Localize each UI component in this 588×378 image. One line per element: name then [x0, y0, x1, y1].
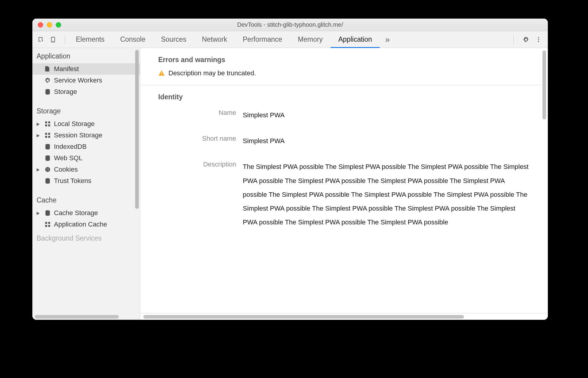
inspect-element-icon[interactable] — [38, 36, 44, 43]
sidebar-item-label: Cache Storage — [54, 209, 98, 217]
grid-icon — [44, 121, 51, 127]
sidebar-item-label: Application Cache — [54, 220, 107, 228]
tab-label: Application — [338, 35, 372, 44]
field-label-short-name: Short name — [158, 134, 236, 148]
sidebar-item-label: IndexedDB — [54, 143, 87, 151]
menu-kebab-icon[interactable] — [535, 36, 542, 43]
title-bar: DevTools - stitch-glib-typhoon.glitch.me… — [32, 19, 548, 31]
sidebar-item-cache-storage[interactable]: ▶ Cache Storage — [32, 207, 140, 219]
database-icon — [44, 178, 51, 184]
database-icon — [44, 88, 51, 95]
sidebar-item-label: Trust Tokens — [54, 177, 91, 185]
field-value-name: Simplest PWA — [243, 108, 530, 122]
gear-icon — [44, 77, 51, 84]
sidebar-section-application: Application — [32, 48, 140, 63]
panel-body: Application Manifest Service Workers Sto… — [32, 48, 548, 320]
divider — [513, 35, 514, 44]
sidebar-item-session-storage[interactable]: ▶ Session Storage — [32, 130, 140, 141]
tab-memory[interactable]: Memory — [290, 31, 331, 48]
warning-text: Description may be truncated. — [168, 69, 256, 77]
errors-warnings-section: Errors and warnings Description may be t… — [140, 48, 548, 85]
sidebar-item-trust-tokens[interactable]: Trust Tokens — [32, 175, 140, 187]
sidebar-section-background-services: Background Services — [32, 230, 140, 242]
window-title: DevTools - stitch-glib-typhoon.glitch.me… — [32, 21, 548, 28]
grid-icon — [44, 221, 51, 228]
sidebar-section-storage: Storage — [32, 103, 140, 118]
tab-network[interactable]: Network — [194, 31, 235, 48]
main-horizontal-scrollbar[interactable] — [143, 315, 464, 319]
sidebar-item-local-storage[interactable]: ▶ Local Storage — [32, 118, 140, 130]
sidebar-item-web-sql[interactable]: Web SQL — [32, 152, 140, 164]
disclosure-triangle-icon[interactable]: ▶ — [37, 122, 41, 126]
field-value-description: The Simplest PWA possible The Simplest P… — [243, 160, 530, 229]
sidebar-item-label: Cookies — [54, 166, 78, 173]
database-icon — [44, 155, 51, 161]
devtools-tabstrip: Elements Console Sources Network Perform… — [32, 31, 548, 48]
close-window-button[interactable] — [38, 22, 43, 28]
identity-grid: Name Simplest PWA Short name Simplest PW… — [158, 106, 530, 229]
section-divider — [140, 313, 548, 313]
minimize-window-button[interactable] — [47, 22, 52, 28]
tab-label: Sources — [161, 35, 186, 44]
sidebar-item-label: Session Storage — [54, 131, 102, 139]
tab-application[interactable]: Application — [331, 31, 380, 48]
grid-icon — [44, 132, 51, 139]
sidebar-item-application-cache[interactable]: Application Cache — [32, 219, 140, 230]
cookie-icon — [44, 166, 51, 173]
warning-icon — [158, 70, 165, 76]
field-value-short-name: Simplest PWA — [243, 134, 530, 148]
field-label-name: Name — [158, 108, 236, 122]
sidebar-item-label: Service Workers — [54, 76, 102, 84]
database-icon — [44, 143, 51, 150]
sidebar-item-manifest[interactable]: Manifest — [32, 63, 140, 75]
sidebar-horizontal-scrollbar[interactable] — [35, 315, 119, 319]
sidebar-item-label: Manifest — [54, 65, 79, 73]
sidebar-section-cache: Cache — [32, 192, 140, 207]
main-vertical-scrollbar[interactable] — [542, 50, 546, 119]
tab-label: Memory — [298, 35, 323, 44]
tab-performance[interactable]: Performance — [235, 31, 290, 48]
panel-tabs: Elements Console Sources Network Perform… — [68, 31, 380, 48]
tab-label: Network — [202, 35, 227, 44]
disclosure-triangle-icon[interactable]: ▶ — [37, 211, 41, 215]
tab-sources[interactable]: Sources — [153, 31, 194, 48]
tab-elements[interactable]: Elements — [68, 31, 112, 48]
warning-row: Description may be truncated. — [158, 69, 530, 77]
application-sidebar: Application Manifest Service Workers Sto… — [32, 48, 140, 320]
section-heading: Errors and warnings — [158, 56, 530, 64]
tab-label: Elements — [76, 35, 105, 44]
disclosure-triangle-icon[interactable]: ▶ — [37, 167, 41, 172]
manifest-panel: Errors and warnings Description may be t… — [140, 48, 548, 320]
settings-gear-icon[interactable] — [523, 36, 529, 43]
toggle-device-icon[interactable] — [50, 36, 56, 43]
field-label-description: Description — [158, 160, 236, 229]
sidebar-item-label: Storage — [54, 88, 77, 96]
sidebar-scrollbar[interactable] — [135, 50, 139, 209]
zoom-window-button[interactable] — [56, 22, 61, 28]
tab-console[interactable]: Console — [112, 31, 153, 48]
sidebar-item-cookies[interactable]: ▶ Cookies — [32, 164, 140, 175]
sidebar-item-label: Local Storage — [54, 120, 95, 128]
tab-label: Performance — [243, 35, 282, 44]
sidebar-item-service-workers[interactable]: Service Workers — [32, 75, 140, 86]
window-controls — [38, 22, 61, 28]
document-icon — [44, 66, 51, 72]
sidebar-item-storage[interactable]: Storage — [32, 86, 140, 98]
divider — [65, 35, 65, 44]
sidebar-item-indexeddb[interactable]: IndexedDB — [32, 141, 140, 152]
sidebar-item-label: Web SQL — [54, 154, 82, 162]
identity-section: Identity Name Simplest PWA Short name Si… — [140, 85, 548, 237]
database-icon — [44, 210, 51, 216]
devtools-window: DevTools - stitch-glib-typhoon.glitch.me… — [32, 19, 548, 320]
tab-label: Console — [120, 35, 145, 44]
section-heading: Identity — [158, 93, 530, 101]
disclosure-triangle-icon[interactable]: ▶ — [37, 133, 41, 138]
more-tabs-button[interactable]: » — [380, 35, 395, 44]
